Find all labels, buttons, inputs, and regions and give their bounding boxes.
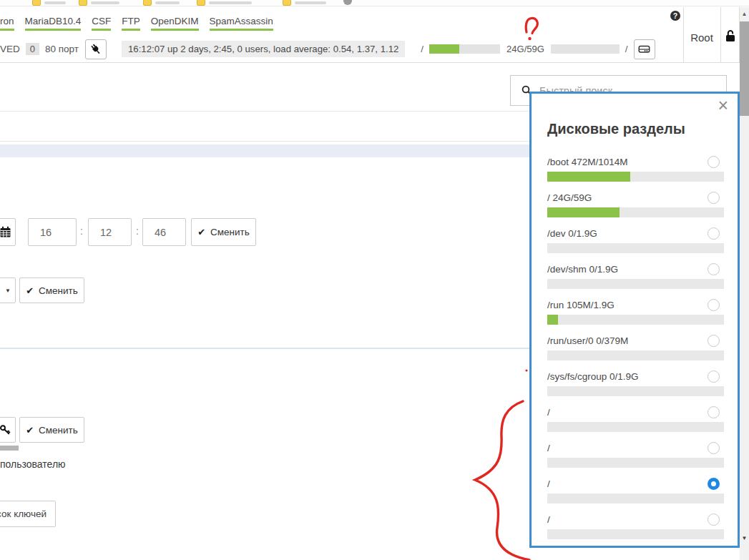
partition-usage-fill <box>547 315 558 325</box>
partition-radio[interactable] <box>708 406 720 418</box>
status-row: VED 0 80 порт 16:12:07 up 2 days, 2:45, … <box>0 39 655 59</box>
partition-radio[interactable] <box>708 442 720 454</box>
browser-bookmarks-strip <box>0 0 749 6</box>
port-label: 80 порт <box>45 44 79 54</box>
partition-radio[interactable] <box>708 335 720 347</box>
page-scrollbar[interactable]: ▲ ▼ <box>740 7 749 560</box>
partition-label: / 24G/59G <box>547 192 592 203</box>
password-input-box[interactable] <box>0 417 16 443</box>
change-time-button[interactable]: ✔ Сменить <box>191 218 256 246</box>
help-icon[interactable]: ? <box>670 11 680 21</box>
partition-radio[interactable] <box>708 192 720 204</box>
service-links: ronMariaDB10.4CSFFTPOpenDKIMSpamAssassin <box>0 16 284 31</box>
disk-partitions-popup: × Дисковые разделы /boot 472M/1014M / 24… <box>529 92 740 548</box>
topbar-bottom-border <box>0 62 740 63</box>
hdd-icon <box>638 43 650 55</box>
partition-label: / <box>547 443 550 453</box>
partition-item: / 24G/59G <box>547 190 724 226</box>
partition-radio[interactable] <box>708 227 720 240</box>
partition-usage-fill <box>547 207 620 217</box>
profile-icon[interactable] <box>343 0 352 5</box>
partition-label: / <box>547 514 550 525</box>
service-link[interactable]: SpamAssassin <box>210 16 273 31</box>
partition-usage-bar <box>547 529 724 539</box>
password-strength-bar <box>0 446 19 451</box>
partition-item: /boot 472M/1014M <box>547 154 724 190</box>
partition-radio[interactable] <box>708 299 720 311</box>
service-link[interactable]: ron <box>0 16 14 31</box>
partition-radio[interactable] <box>708 156 720 168</box>
memory-usage-label: 24G/59G <box>506 44 544 54</box>
status-badge: 0 <box>26 43 39 55</box>
scroll-down-arrow[interactable]: ▼ <box>740 535 749 541</box>
partition-item: /run 105M/1.9G <box>547 298 724 333</box>
uptime-chip: 16:12:07 up 2 days, 2:45, 0 users, load … <box>122 41 405 57</box>
partition-label: /run/user/0 0/379M <box>547 335 628 346</box>
disk-button[interactable] <box>634 39 655 59</box>
bookmark-icon[interactable] <box>143 0 152 6</box>
bookmark-icon[interactable] <box>283 0 291 6</box>
check-icon: ✔ <box>26 285 34 296</box>
partition-usage-fill <box>547 172 630 182</box>
service-link[interactable]: CSF <box>92 16 111 31</box>
memory-usage-fill <box>429 44 459 54</box>
partition-usage-bar <box>547 315 724 325</box>
topbar: ronMariaDB10.4CSFFTPOpenDKIMSpamAssassin… <box>0 7 749 63</box>
partition-usage-bar <box>547 458 724 468</box>
service-link[interactable]: MariaDB10.4 <box>25 16 82 31</box>
section-divider-blue <box>0 348 529 349</box>
partition-item: /run/user/0 0/379M <box>547 333 724 369</box>
lock-icon[interactable] <box>723 29 738 43</box>
partition-list: /boot 472M/1014M / 24G/59G /dev 0/1.9G /… <box>547 154 724 548</box>
bookmark-label-stub <box>91 1 119 4</box>
date-picker-box[interactable] <box>0 218 16 246</box>
bookmark-label-stub <box>295 1 326 4</box>
partition-label: /run 105M/1.9G <box>547 300 615 310</box>
partition-usage-bar <box>547 243 724 253</box>
popup-title: Дисковые разделы <box>547 121 685 137</box>
memory-usage-bar <box>429 44 500 54</box>
bookmark-label-stub <box>44 1 66 4</box>
bookmark-label-stub <box>209 1 252 4</box>
partition-item: / <box>547 476 724 512</box>
partition-radio[interactable] <box>708 370 720 383</box>
check-icon: ✔ <box>197 227 205 237</box>
partition-radio[interactable] <box>708 263 720 275</box>
partition-radio[interactable] <box>708 514 720 526</box>
topbar-divider <box>720 7 721 62</box>
partition-label: /boot 472M/1014M <box>547 157 628 167</box>
partition-radio[interactable] <box>708 478 720 490</box>
partition-item: / <box>547 441 724 476</box>
partition-item: / <box>547 405 724 441</box>
timezone-select[interactable]: ▼ <box>0 277 16 303</box>
partition-usage-bar <box>547 279 724 289</box>
change-select-button[interactable]: ✔ Сменить <box>19 277 84 303</box>
service-link[interactable]: FTP <box>122 16 140 31</box>
change-password-button[interactable]: ✔ Сменить <box>19 417 84 443</box>
minutes-input[interactable] <box>88 218 132 246</box>
user-menu-root[interactable]: Root <box>683 31 720 44</box>
bookmark-icon[interactable] <box>197 0 205 6</box>
hours-input[interactable] <box>28 218 77 246</box>
seconds-input[interactable] <box>142 218 186 246</box>
close-icon[interactable]: × <box>718 95 728 115</box>
partition-label: /dev/shm 0/1.9G <box>547 264 618 275</box>
calendar-icon <box>0 226 11 238</box>
scroll-thumb[interactable] <box>740 21 749 116</box>
time-colon: : <box>136 225 139 237</box>
keys-list-button[interactable]: сок ключей <box>0 501 56 527</box>
partition-usage-bar <box>547 422 724 432</box>
partition-usage-bar <box>547 172 724 182</box>
partition-usage-bar <box>547 386 724 396</box>
partition-usage-bar <box>547 493 724 503</box>
partition-label: /sys/fs/cgroup 0/1.9G <box>547 371 639 382</box>
bookmark-icon[interactable] <box>32 0 41 6</box>
partition-label: / <box>547 478 550 489</box>
scroll-up-arrow[interactable]: ▲ <box>740 11 749 17</box>
partition-label: /dev 0/1.9G <box>547 228 597 239</box>
check-icon: ✔ <box>26 425 34 436</box>
plug-button[interactable] <box>85 39 107 59</box>
bookmark-icon[interactable] <box>79 0 87 6</box>
red-small-dot <box>525 369 527 371</box>
service-link[interactable]: OpenDKIM <box>151 16 199 31</box>
